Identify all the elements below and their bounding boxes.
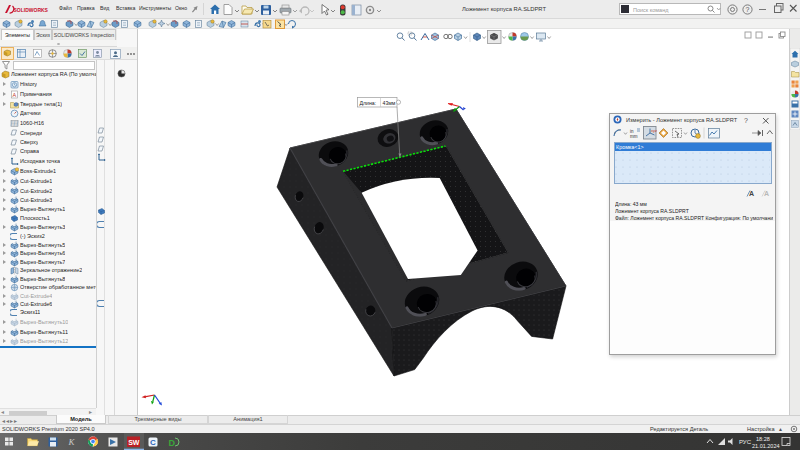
svg-text:SW: SW <box>128 439 140 446</box>
svg-text:D: D <box>169 438 176 448</box>
svg-text:SOLIDWORKS: SOLIDWORKS <box>14 7 49 13</box>
svg-text:?: ? <box>745 6 749 13</box>
svg-text:43мм: 43мм <box>383 100 396 106</box>
svg-text:РУС: РУС <box>739 439 752 445</box>
svg-text:21.01.2024: 21.01.2024 <box>752 443 780 449</box>
svg-text:mm: mm <box>630 134 638 139</box>
svg-text:Длина:: Длина: <box>360 100 377 106</box>
svg-text:18:28: 18:28 <box>756 436 770 442</box>
svg-text:K: K <box>68 437 76 447</box>
svg-text:C: C <box>150 438 156 447</box>
svg-text:A: A <box>12 92 16 98</box>
svg-text:xyz: xyz <box>651 128 657 133</box>
